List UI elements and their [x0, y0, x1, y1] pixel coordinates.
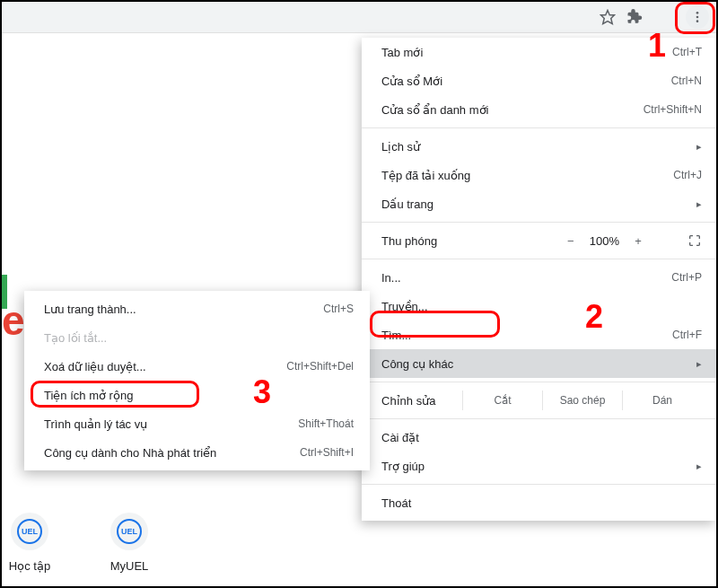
menu-item-shortcut: Ctrl+N: [664, 75, 702, 87]
menu-item-print[interactable]: In... Ctrl+P: [362, 263, 716, 292]
menu-item-label: Chỉnh sửa: [381, 394, 462, 408]
menu-item-label: Dấu trang: [381, 197, 689, 211]
bookmark-star-button[interactable]: [596, 5, 619, 29]
menu-item-label: Tiện ích mở rộng: [44, 389, 354, 402]
zoom-in-button[interactable]: +: [632, 234, 644, 248]
menu-item-label: Lưu trang thành...: [44, 303, 323, 316]
menu-separator: [362, 127, 716, 128]
submenu-item-clear-data[interactable]: Xoá dữ liệu duyệt... Ctrl+Shift+Del: [24, 352, 370, 381]
submenu-item-extensions[interactable]: Tiện ích mở rộng: [24, 381, 370, 409]
menu-separator: [362, 382, 716, 382]
menu-item-label: Truyền...: [381, 300, 702, 313]
chevron-right-icon: ▸: [689, 198, 702, 210]
fullscreen-button[interactable]: [687, 233, 702, 248]
menu-item-shortcut: Ctrl+J: [666, 169, 702, 181]
menu-item-settings[interactable]: Cài đặt: [362, 423, 716, 452]
menu-separator: [362, 259, 716, 259]
menu-item-shortcut: Ctrl+Shift+Del: [286, 360, 354, 373]
menu-item-label: In...: [381, 271, 664, 285]
uel-icon: UEL: [17, 519, 42, 544]
more-tools-submenu: Lưu trang thành... Ctrl+S Tạo lối tắt...…: [24, 291, 370, 470]
menu-item-incognito[interactable]: Cửa sổ ẩn danh mới Ctrl+Shift+N: [362, 95, 716, 124]
menu-item-cast[interactable]: Truyền...: [362, 292, 716, 320]
menu-item-shortcut: Ctrl+F: [665, 329, 702, 341]
chevron-right-icon: ▸: [689, 461, 702, 472]
submenu-item-save-as[interactable]: Lưu trang thành... Ctrl+S: [24, 294, 370, 323]
svg-point-2: [696, 16, 699, 19]
more-menu-button[interactable]: [686, 5, 709, 29]
menu-item-help[interactable]: Trợ giúp ▸: [362, 452, 716, 480]
menu-item-edit: Chỉnh sửa Cắt Sao chép Dán: [362, 386, 716, 415]
menu-item-shortcut: Ctrl+Shift+N: [636, 103, 702, 116]
bookmark-shortcut[interactable]: UEL Học tập: [0, 513, 61, 573]
menu-item-label: Công cụ dành cho Nhà phát triển: [44, 446, 300, 460]
menu-item-label: Trình quản lý tác vụ: [44, 417, 298, 431]
edit-copy-button[interactable]: Sao chép: [542, 391, 622, 410]
chevron-right-icon: ▸: [689, 141, 702, 153]
menu-item-new-window[interactable]: Cửa sổ Mới Ctrl+N: [362, 66, 716, 95]
edit-paste-button[interactable]: Dán: [622, 391, 702, 410]
menu-item-label: Thu phóng: [381, 234, 565, 248]
menu-separator: [362, 484, 716, 485]
menu-item-label: Trợ giúp: [381, 460, 689, 473]
menu-item-label: Cửa sổ Mới: [381, 75, 664, 88]
shortcut-label: Học tập: [0, 559, 61, 573]
edit-cut-button[interactable]: Cắt: [462, 391, 542, 410]
extensions-button[interactable]: [623, 5, 646, 29]
submenu-item-task-manager[interactable]: Trình quản lý tác vụ Shift+Thoát: [24, 409, 370, 438]
menu-item-label: Tệp đã tải xuống: [381, 169, 666, 182]
menu-item-label: Tạo lối tắt...: [44, 331, 354, 345]
browser-toolbar: [2, 2, 716, 33]
bookmark-shortcut[interactable]: UEL MyUEL: [98, 513, 161, 573]
menu-item-exit[interactable]: Thoát: [362, 488, 716, 517]
menu-item-shortcut: Ctrl+S: [323, 303, 354, 315]
menu-item-zoom: Thu phóng − 100% +: [362, 226, 716, 255]
menu-item-new-tab[interactable]: Tab mới Ctrl+T: [362, 38, 716, 66]
main-menu: Tab mới Ctrl+T Cửa sổ Mới Ctrl+N Cửa sổ …: [362, 38, 716, 521]
menu-item-bookmarks[interactable]: Dấu trang ▸: [362, 189, 716, 218]
menu-item-shortcut: Ctrl+Shift+I: [300, 446, 354, 459]
chevron-right-icon: ▸: [689, 358, 702, 370]
menu-item-label: Cài đặt: [381, 431, 702, 444]
submenu-item-create-shortcut: Tạo lối tắt...: [24, 323, 370, 352]
menu-item-shortcut: Shift+Thoát: [298, 417, 354, 430]
menu-item-label: Tab mới: [381, 46, 665, 59]
menu-item-more-tools[interactable]: Công cụ khác ▸: [362, 349, 716, 378]
shortcut-label: MyUEL: [98, 559, 161, 573]
svg-point-3: [696, 20, 699, 22]
menu-item-history[interactable]: Lịch sử ▸: [362, 132, 716, 161]
svg-marker-0: [601, 11, 615, 24]
zoom-value: 100%: [590, 234, 619, 248]
menu-item-shortcut: Ctrl+T: [665, 46, 702, 58]
menu-item-label: Xoá dữ liệu duyệt...: [44, 360, 286, 373]
menu-separator: [362, 222, 716, 223]
submenu-item-dev-tools[interactable]: Công cụ dành cho Nhà phát triển Ctrl+Shi…: [24, 438, 370, 467]
menu-item-shortcut: Ctrl+P: [664, 271, 702, 284]
menu-item-label: Cửa sổ ẩn danh mới: [381, 103, 636, 117]
menu-separator: [362, 418, 716, 419]
menu-item-label: Lịch sử: [381, 140, 689, 154]
menu-item-label: Thoát: [381, 496, 702, 510]
svg-point-1: [696, 12, 699, 14]
zoom-out-button[interactable]: −: [565, 234, 577, 248]
uel-icon: UEL: [117, 519, 142, 544]
menu-item-label: Công cụ khác: [381, 357, 689, 371]
menu-item-downloads[interactable]: Tệp đã tải xuống Ctrl+J: [362, 161, 716, 189]
menu-item-find[interactable]: Tìm... Ctrl+F: [362, 320, 716, 349]
menu-item-label: Tìm...: [381, 329, 665, 342]
